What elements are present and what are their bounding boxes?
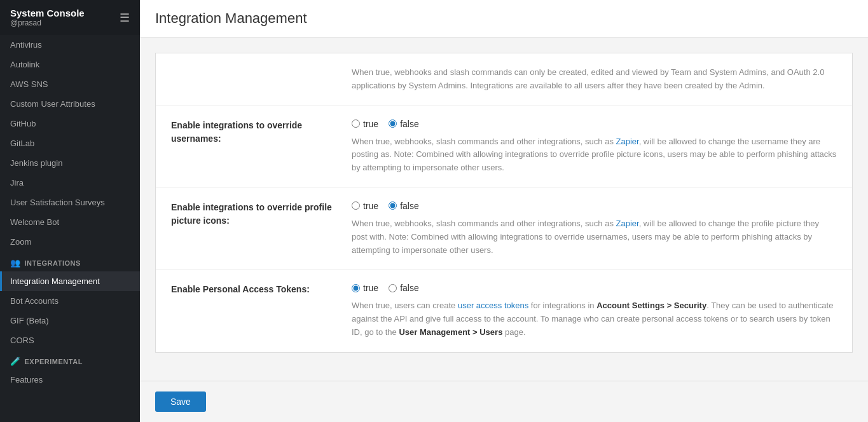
override-profile-label: Enable integrations to override profile …: [171, 201, 336, 257]
integrations-section-icon: 👥: [10, 258, 21, 268]
zapier-link-2[interactable]: Zapier: [616, 219, 639, 228]
sidebar-item-aws-sns[interactable]: AWS SNS: [0, 74, 140, 94]
override-usernames-false-label: false: [400, 119, 419, 129]
sidebar-item-jira[interactable]: Jira: [0, 173, 140, 193]
sidebar-item-bot-accounts[interactable]: Bot Accounts: [0, 291, 140, 311]
override-profile-desc: When true, webhooks, slash commands and …: [352, 217, 837, 257]
sidebar-item-github[interactable]: GitHub: [0, 114, 140, 133]
override-profile-control: true false When true, webhooks, slash co…: [352, 201, 837, 257]
sidebar-item-user-satisfaction[interactable]: User Satisfaction Surveys: [0, 193, 140, 212]
personal-tokens-false-radio[interactable]: [389, 284, 397, 292]
save-bar: Save: [140, 381, 868, 422]
sidebar-item-features[interactable]: Features: [0, 370, 140, 390]
sidebar-item-custom-user-attributes[interactable]: Custom User Attributes: [0, 94, 140, 114]
personal-tokens-false-option[interactable]: false: [389, 283, 419, 293]
restrict-label: [171, 66, 336, 93]
override-usernames-false-option[interactable]: false: [389, 119, 419, 129]
experimental-section-header: 🧪 EXPERIMENTAL: [0, 350, 140, 370]
sidebar-item-jenkins[interactable]: Jenkins plugin: [0, 153, 140, 173]
override-usernames-radio-group: true false: [352, 119, 837, 129]
sidebar-item-welcome-bot[interactable]: Welcome Bot: [0, 212, 140, 232]
personal-tokens-radio-group: true false: [352, 283, 837, 293]
override-usernames-true-label: true: [363, 119, 378, 129]
hamburger-icon[interactable]: ☰: [120, 11, 130, 25]
override-profile-true-label: true: [363, 201, 378, 211]
override-profile-radio-group: true false: [352, 201, 837, 211]
restrict-control: When true, webhooks and slash commands c…: [352, 66, 837, 93]
personal-tokens-true-radio[interactable]: [352, 284, 360, 292]
experimental-section-icon: 🧪: [10, 357, 21, 366]
user-access-tokens-link[interactable]: user access tokens: [458, 301, 528, 310]
override-profile-true-option[interactable]: true: [352, 201, 378, 211]
system-console-title: System Console: [10, 8, 85, 18]
integrations-section-header: 👥 INTEGRATIONS: [0, 252, 140, 271]
settings-row-override-profile: Enable integrations to override profile …: [156, 188, 852, 270]
save-button[interactable]: Save: [155, 391, 206, 412]
sidebar-item-cors[interactable]: CORS: [0, 330, 140, 350]
sidebar-item-zoom[interactable]: Zoom: [0, 232, 140, 252]
personal-tokens-true-option[interactable]: true: [352, 283, 378, 293]
account-settings-bold: Account Settings > Security: [596, 301, 706, 310]
personal-tokens-control: true false When true, users can create u…: [352, 283, 837, 339]
sidebar-header-text: System Console @prasad: [10, 8, 85, 27]
personal-tokens-desc: When true, users can create user access …: [352, 299, 837, 339]
personal-tokens-true-label: true: [363, 283, 378, 293]
settings-row-personal-tokens: Enable Personal Access Tokens: true fals…: [156, 270, 852, 351]
page-header: Integration Management: [140, 0, 868, 37]
sidebar-item-gif-beta[interactable]: GIF (Beta): [0, 311, 140, 330]
override-usernames-true-option[interactable]: true: [352, 119, 378, 129]
override-usernames-desc: When true, webhooks, slash commands and …: [352, 135, 837, 175]
settings-row-restrict: When true, webhooks and slash commands c…: [156, 53, 852, 106]
main-content: Integration Management When true, webhoo…: [140, 0, 868, 422]
sidebar-username: @prasad: [10, 18, 85, 27]
sidebar-item-antivirus[interactable]: Antivirus: [0, 35, 140, 55]
sidebar-item-integration-management[interactable]: Integration Management: [0, 271, 140, 291]
user-management-bold: User Management > Users: [399, 327, 502, 337]
override-usernames-true-radio[interactable]: [352, 119, 360, 128]
personal-tokens-false-label: false: [400, 283, 419, 293]
override-usernames-false-radio[interactable]: [389, 119, 397, 128]
override-profile-false-label: false: [400, 201, 419, 211]
override-profile-false-radio[interactable]: [389, 201, 397, 210]
sidebar-header: System Console @prasad ☰: [0, 0, 140, 35]
override-profile-false-option[interactable]: false: [389, 201, 419, 211]
sidebar-item-gitlab[interactable]: GitLab: [0, 133, 140, 153]
override-profile-true-radio[interactable]: [352, 201, 360, 210]
settings-block: When true, webhooks and slash commands c…: [155, 53, 853, 353]
sidebar-navigation: Antivirus Autolink AWS SNS Custom User A…: [0, 35, 140, 422]
sidebar-item-autolink[interactable]: Autolink: [0, 55, 140, 74]
settings-content: When true, webhooks and slash commands c…: [140, 37, 868, 381]
override-usernames-control: true false When true, webhooks, slash co…: [352, 119, 837, 175]
override-usernames-label: Enable integrations to override username…: [171, 119, 336, 175]
settings-row-override-usernames: Enable integrations to override username…: [156, 106, 852, 188]
restrict-desc: When true, webhooks and slash commands c…: [352, 66, 837, 93]
personal-tokens-label: Enable Personal Access Tokens:: [171, 283, 336, 339]
page-title: Integration Management: [155, 10, 853, 27]
sidebar: System Console @prasad ☰ Antivirus Autol…: [0, 0, 140, 422]
zapier-link-1[interactable]: Zapier: [616, 137, 639, 146]
